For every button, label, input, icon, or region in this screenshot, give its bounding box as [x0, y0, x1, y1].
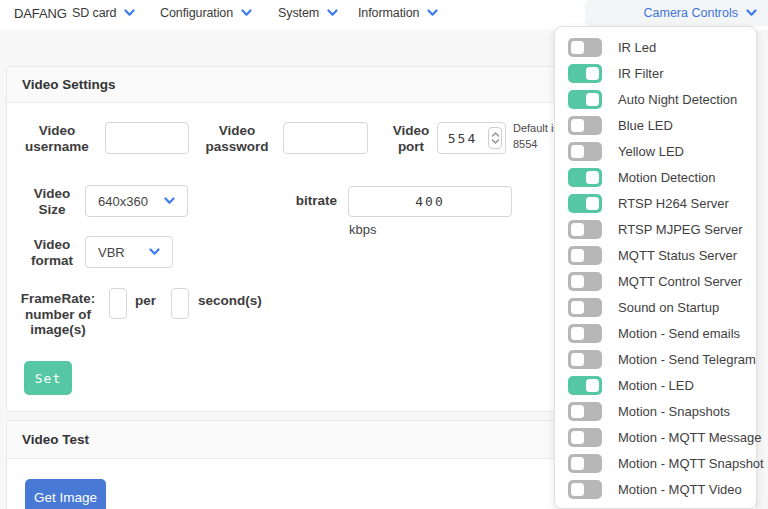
- set-button[interactable]: Set: [24, 361, 72, 395]
- bitrate-unit-label: kbps: [349, 222, 376, 237]
- chevron-down-icon: [164, 197, 175, 205]
- toggle-knob: [571, 353, 584, 366]
- framerate-images-input[interactable]: [109, 288, 127, 319]
- toggle-knob: [571, 275, 584, 288]
- toggle-switch[interactable]: [568, 480, 602, 499]
- video-format-select[interactable]: VBR: [85, 236, 173, 268]
- toggle-knob: [586, 67, 599, 80]
- menu-item-label: Motion - LED: [618, 378, 694, 393]
- chevron-down-icon: [746, 9, 757, 17]
- menu-item-label: Motion - Snapshots: [618, 404, 730, 419]
- menu-item[interactable]: Motion - Snapshots: [555, 398, 756, 424]
- menu-item[interactable]: Motion - MQTT Video: [555, 476, 756, 502]
- toggle-switch[interactable]: [568, 220, 602, 239]
- menu-item[interactable]: Yellow LED: [555, 138, 756, 164]
- menu-item-label: IR Filter: [618, 66, 664, 81]
- menu-item-label: Motion - Send Telegram: [618, 352, 756, 367]
- menu-item[interactable]: Motion - Send emails: [555, 320, 756, 346]
- video-size-value: 640x360: [98, 194, 148, 209]
- toggle-knob: [586, 379, 599, 392]
- menu-item-label: MQTT Control Server: [618, 274, 742, 289]
- video-password-label: Video password: [197, 123, 277, 155]
- toggle-switch[interactable]: [568, 142, 602, 161]
- chevron-down-icon: [427, 9, 438, 17]
- toggle-knob: [571, 327, 584, 340]
- menu-item[interactable]: RTSP H264 Server: [555, 190, 756, 216]
- menu-item[interactable]: Motion Detection: [555, 164, 756, 190]
- chevron-down-icon: [241, 9, 252, 17]
- toggle-knob: [586, 197, 599, 210]
- toggle-switch[interactable]: [568, 402, 602, 421]
- menu-item[interactable]: MQTT Control Server: [555, 268, 756, 294]
- bitrate-input[interactable]: [348, 186, 512, 217]
- menu-item[interactable]: Motion - LED: [555, 372, 756, 398]
- menu-item[interactable]: IR Led: [555, 34, 756, 60]
- menu-item[interactable]: Motion - MQTT Message: [555, 424, 756, 450]
- nav-item-system[interactable]: System: [278, 3, 338, 23]
- toggle-switch[interactable]: [568, 168, 602, 187]
- chevron-down-icon: [327, 9, 338, 17]
- menu-item[interactable]: RTSP MJPEG Server: [555, 216, 756, 242]
- video-password-input[interactable]: [283, 122, 368, 154]
- menu-item-label: Yellow LED: [618, 144, 684, 159]
- brand-logo[interactable]: DAFANG: [14, 3, 67, 23]
- menu-item[interactable]: Motion - MQTT Snapshot: [555, 450, 756, 476]
- nav-item-camera-controls[interactable]: Camera Controls: [585, 0, 768, 26]
- menu-item[interactable]: Auto Night Detection: [555, 86, 756, 112]
- menu-item-label: RTSP MJPEG Server: [618, 222, 743, 237]
- menu-item-label: Auto Night Detection: [618, 92, 737, 107]
- menu-item-label: Motion - MQTT Snapshot: [618, 456, 764, 471]
- menu-item[interactable]: Blue LED: [555, 112, 756, 138]
- nav-item-label: Camera Controls: [644, 6, 738, 20]
- chevron-down-icon: [149, 248, 160, 256]
- toggle-knob: [586, 171, 599, 184]
- toggle-switch[interactable]: [568, 64, 602, 83]
- video-username-label: Video username: [15, 123, 99, 155]
- toggle-knob: [571, 119, 584, 132]
- menu-item-label: Motion - MQTT Message: [618, 430, 762, 445]
- toggle-knob: [586, 93, 599, 106]
- video-port-field: [437, 122, 506, 154]
- get-image-button[interactable]: Get Image: [25, 479, 106, 509]
- toggle-switch[interactable]: [568, 428, 602, 447]
- video-format-label: Video format: [19, 237, 85, 269]
- seconds-label: second(s): [198, 293, 262, 308]
- toggle-switch[interactable]: [568, 298, 602, 317]
- toggle-switch[interactable]: [568, 90, 602, 109]
- toggle-switch[interactable]: [568, 350, 602, 369]
- nav-item-label: Information: [358, 6, 419, 20]
- toggle-knob: [571, 223, 584, 236]
- card-title: Video Settings: [22, 77, 116, 92]
- toggle-switch[interactable]: [568, 246, 602, 265]
- framerate-seconds-input[interactable]: [171, 288, 189, 319]
- menu-item-label: IR Led: [618, 40, 656, 55]
- toggle-knob: [571, 405, 584, 418]
- nav-item-information[interactable]: Information: [358, 3, 438, 23]
- toggle-switch[interactable]: [568, 116, 602, 135]
- camera-controls-menu: IR LedIR FilterAuto Night DetectionBlue …: [554, 26, 757, 509]
- toggle-knob: [571, 249, 584, 262]
- toggle-switch[interactable]: [568, 454, 602, 473]
- menu-item[interactable]: IR Filter: [555, 60, 756, 86]
- nav-item-configuration[interactable]: Configuration: [160, 3, 252, 23]
- menu-item-label: Motion - MQTT Video: [618, 482, 742, 497]
- toggle-switch[interactable]: [568, 272, 602, 291]
- menu-item-label: Blue LED: [618, 118, 673, 133]
- video-username-input[interactable]: [105, 122, 189, 154]
- toggle-switch[interactable]: [568, 194, 602, 213]
- toggle-switch[interactable]: [568, 324, 602, 343]
- menu-item-label: Motion Detection: [618, 170, 716, 185]
- menu-item[interactable]: Motion - Send Telegram: [555, 346, 756, 372]
- video-format-value: VBR: [98, 245, 125, 260]
- menu-item[interactable]: Sound on Startup: [555, 294, 756, 320]
- video-size-select[interactable]: 640x360: [85, 185, 188, 217]
- nav-item-sd-card[interactable]: SD card: [72, 3, 135, 23]
- menu-item[interactable]: MQTT Status Server: [555, 242, 756, 268]
- nav-item-label: Configuration: [160, 6, 233, 20]
- chevron-down-icon: [124, 9, 135, 17]
- number-stepper-icon[interactable]: [488, 127, 502, 149]
- menu-item-label: MQTT Status Server: [618, 248, 737, 263]
- nav-item-label: SD card: [72, 6, 116, 20]
- toggle-switch[interactable]: [568, 376, 602, 395]
- toggle-switch[interactable]: [568, 38, 602, 57]
